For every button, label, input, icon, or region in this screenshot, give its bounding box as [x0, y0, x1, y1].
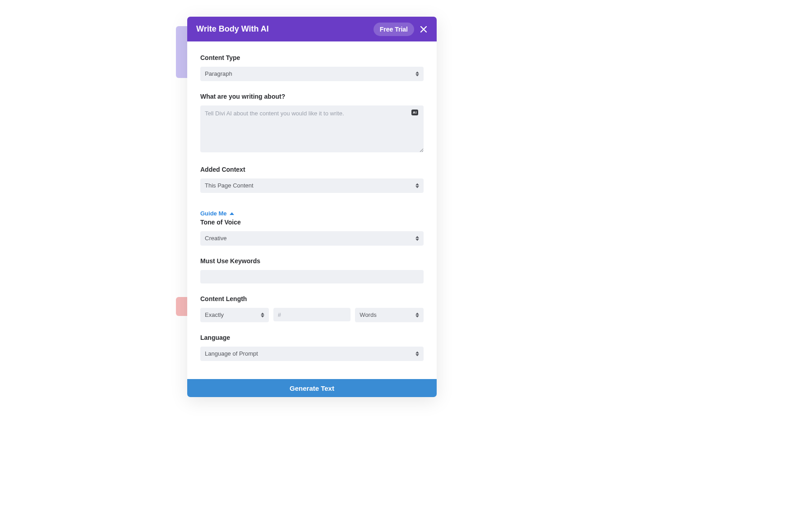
- header-actions: Free Trial: [374, 23, 428, 36]
- generate-button[interactable]: Generate Text: [187, 379, 437, 397]
- keywords-field: Must Use Keywords: [200, 257, 424, 283]
- keywords-input[interactable]: [200, 270, 424, 283]
- modal-title: Write Body With AI: [196, 24, 269, 34]
- ai-write-modal: Write Body With AI Free Trial Content Ty…: [187, 17, 437, 397]
- length-unit-select[interactable]: Words: [355, 308, 424, 322]
- ai-badge-icon[interactable]: AI: [411, 110, 418, 115]
- close-icon[interactable]: [420, 25, 428, 33]
- added-context-select[interactable]: This Page Content: [200, 178, 424, 193]
- content-type-select[interactable]: Paragraph: [200, 67, 424, 81]
- language-select[interactable]: Language of Prompt: [200, 347, 424, 361]
- added-context-label: Added Context: [200, 166, 424, 173]
- language-field: Language Language of Prompt: [200, 334, 424, 361]
- free-trial-badge[interactable]: Free Trial: [374, 23, 414, 36]
- tone-field: Tone of Voice Creative: [200, 219, 424, 246]
- triangle-up-icon: [230, 212, 234, 215]
- content-type-label: Content Type: [200, 54, 424, 61]
- writing-about-textarea[interactable]: [200, 105, 424, 152]
- modal-body: Content Type Paragraph What are you writ…: [187, 41, 437, 379]
- guide-me-label: Guide Me: [200, 210, 227, 217]
- content-length-label: Content Length: [200, 295, 424, 302]
- content-length-field: Content Length Exactly Words: [200, 295, 424, 322]
- guide-me-toggle[interactable]: Guide Me: [200, 210, 234, 217]
- tone-label: Tone of Voice: [200, 219, 424, 226]
- writing-about-label: What are you writing about?: [200, 93, 424, 100]
- keywords-label: Must Use Keywords: [200, 257, 424, 265]
- length-count-input[interactable]: [273, 308, 351, 321]
- language-label: Language: [200, 334, 424, 341]
- length-mode-select[interactable]: Exactly: [200, 308, 269, 322]
- modal-header: Write Body With AI Free Trial: [187, 17, 437, 41]
- content-type-field: Content Type Paragraph: [200, 54, 424, 81]
- added-context-field: Added Context This Page Content: [200, 166, 424, 193]
- tone-select[interactable]: Creative: [200, 231, 424, 246]
- writing-about-field: What are you writing about? AI: [200, 93, 424, 154]
